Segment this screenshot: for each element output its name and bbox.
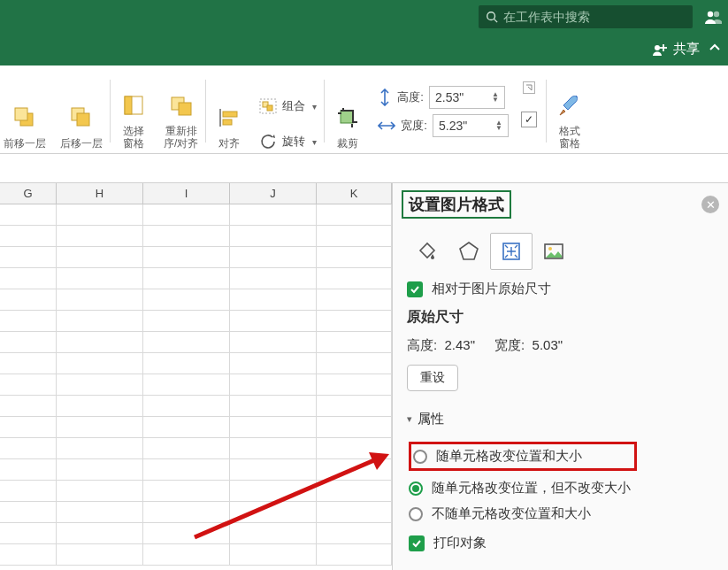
height-input[interactable]: 2.53"▲▼ [429,86,505,109]
table-row[interactable] [0,523,392,544]
cell[interactable] [57,459,143,480]
cell[interactable] [230,374,317,395]
cell[interactable] [230,544,317,565]
cell[interactable] [317,226,392,246]
cell[interactable] [143,353,230,374]
cell[interactable] [57,374,143,395]
cell[interactable] [0,332,57,352]
cell[interactable] [57,289,143,310]
cell[interactable] [143,204,230,225]
table-row[interactable] [0,247,392,268]
cell[interactable] [57,481,143,501]
cell[interactable] [317,502,392,522]
tab-effects[interactable] [448,233,490,270]
cell[interactable] [143,374,230,395]
tab-size[interactable] [490,233,533,270]
table-row[interactable] [0,438,392,459]
cell[interactable] [317,311,392,331]
cell[interactable] [230,438,317,458]
cell[interactable] [317,396,392,416]
cell[interactable] [0,204,57,225]
cell[interactable] [143,502,230,522]
cell[interactable] [57,332,143,352]
worksheet[interactable]: G H I J K [0,183,392,570]
bring-forward-button[interactable]: 前移一层 [0,73,53,150]
cell[interactable] [230,523,317,543]
radio-no-move[interactable]: 不随单元格改变位置和大小 [409,505,714,522]
cell[interactable] [0,544,57,565]
cell[interactable] [143,226,230,246]
table-row[interactable] [0,332,392,353]
properties-section-header[interactable]: ▾ 属性 [407,411,714,428]
cell[interactable] [230,396,317,416]
cell[interactable] [317,438,392,458]
cell[interactable] [230,332,317,352]
rotate-button[interactable]: 旋转▾ [259,134,317,150]
cell[interactable] [143,332,230,352]
table-row[interactable] [0,417,392,438]
cell[interactable] [230,502,317,522]
relative-to-original-checkbox[interactable]: 相对于图片原始尺寸 [407,281,714,297]
cell[interactable] [57,438,143,458]
cell[interactable] [230,311,317,331]
tab-picture[interactable] [533,233,575,270]
table-row[interactable] [0,268,392,289]
cell[interactable] [0,247,57,267]
cell[interactable] [143,396,230,416]
cell[interactable] [143,438,230,458]
cell[interactable] [0,374,57,395]
col-header[interactable]: J [230,183,317,204]
table-row[interactable] [0,502,392,523]
cell[interactable] [230,417,317,437]
cell[interactable] [0,502,57,522]
reorder-button[interactable]: 重新排 序/对齐 [157,73,205,150]
send-backward-button[interactable]: 后移一层 [53,73,110,150]
cell[interactable] [317,544,392,565]
cell[interactable] [230,268,317,289]
cell[interactable] [230,353,317,374]
cell[interactable] [143,523,230,543]
table-row[interactable] [0,226,392,247]
cell[interactable] [143,417,230,437]
cell[interactable] [57,523,143,543]
cell[interactable] [0,459,57,480]
cell[interactable] [57,502,143,522]
cell[interactable] [317,204,392,225]
cell[interactable] [143,247,230,267]
col-header[interactable]: H [57,183,143,204]
col-header[interactable]: K [317,183,392,204]
cell[interactable] [230,459,317,480]
cell[interactable] [143,459,230,480]
group-button[interactable]: 组合▾ [259,98,317,114]
table-row[interactable] [0,311,392,332]
cell[interactable] [143,481,230,501]
col-header[interactable]: G [0,183,57,204]
cell[interactable] [143,311,230,331]
col-header[interactable]: I [143,183,230,204]
width-input[interactable]: 5.23"▲▼ [433,114,509,137]
cell[interactable] [230,481,317,501]
account-icon[interactable] [703,7,723,27]
cell[interactable] [57,268,143,289]
cell[interactable] [143,289,230,310]
search-box[interactable] [479,5,693,28]
table-row[interactable] [0,204,392,226]
cell[interactable] [0,396,57,416]
cell[interactable] [317,353,392,374]
cell[interactable] [57,311,143,331]
cell[interactable] [57,204,143,225]
dialog-launcher-icon[interactable] [523,81,535,94]
cell[interactable] [317,374,392,395]
cell[interactable] [143,268,230,289]
cell[interactable] [0,523,57,543]
format-pane-button[interactable]: 格式 窗格 [547,73,593,150]
cell[interactable] [317,247,392,267]
cell[interactable] [0,353,57,374]
cell[interactable] [57,353,143,374]
cell[interactable] [0,289,57,310]
cell[interactable] [230,204,317,225]
reset-button[interactable]: 重设 [407,365,458,391]
radio-move-and-size[interactable]: 随单元格改变位置和大小 [413,448,629,465]
cell[interactable] [317,481,392,501]
search-input[interactable] [503,10,686,24]
